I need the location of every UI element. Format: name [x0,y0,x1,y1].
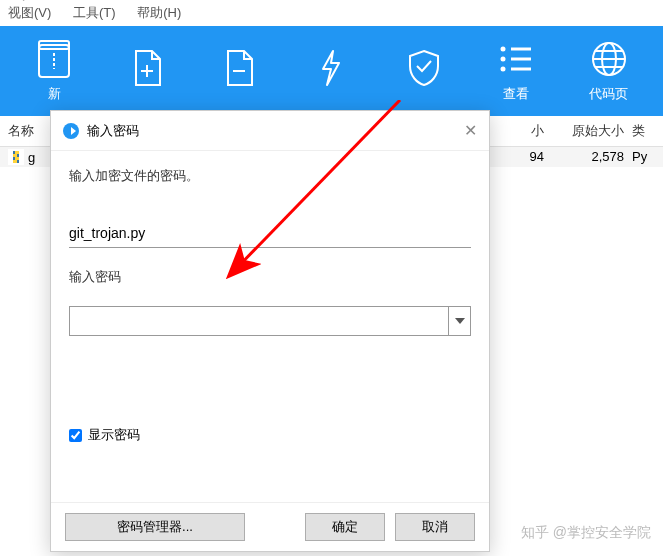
globe-icon [589,39,629,79]
dialog-title: 输入密码 [87,122,139,140]
dropdown-button[interactable] [448,307,470,335]
bolt-icon [311,48,351,88]
col-type[interactable]: 类 [624,122,654,140]
file-plus-icon [127,48,167,88]
list-icon [496,39,536,79]
show-password-label: 显示密码 [88,426,140,444]
toolbar-add[interactable] [100,40,192,102]
cancel-button[interactable]: 取消 [395,513,475,541]
menu-help[interactable]: 帮助(H) [137,5,181,20]
toolbar-action[interactable] [285,40,377,102]
password-manager-button[interactable]: 密码管理器... [65,513,245,541]
shield-check-icon [404,48,444,88]
svg-point-8 [501,57,506,62]
toolbar-remove[interactable] [193,40,285,102]
toolbar-shield[interactable] [378,40,470,102]
partial-text-top: ird) [8,0,27,1]
watermark: 知乎 @掌控安全学院 [521,524,651,542]
toolbar-view-label: 查看 [503,85,529,103]
file-type: Py [624,149,654,165]
dialog-icon [63,123,79,139]
ok-button[interactable]: 确定 [305,513,385,541]
dialog-titlebar: 输入密码 ✕ [51,111,489,151]
toolbar-view[interactable]: 查看 [470,31,562,111]
separator [69,247,471,248]
menu-tools[interactable]: 工具(T) [73,5,116,20]
password-input[interactable] [70,307,448,335]
show-password-checkbox[interactable] [69,429,82,442]
password-label: 输入密码 [69,268,471,286]
col-original[interactable]: 原始大小 [544,122,624,140]
password-dialog: 输入密码 ✕ 输入加密文件的密码。 git_trojan.py 输入密码 显示密… [50,110,490,552]
col-size[interactable]: 小 [504,122,544,140]
toolbar: 新 查看 代码页 [0,26,663,116]
file-minus-icon [219,48,259,88]
file-name: g [28,150,35,165]
dialog-instruction: 输入加密文件的密码。 [69,167,471,185]
svg-point-10 [501,67,506,72]
dialog-filename: git_trojan.py [69,225,471,241]
file-size: 94 [504,149,544,165]
file-original-size: 2,578 [544,149,624,165]
close-icon[interactable]: ✕ [464,121,477,140]
archive-icon [34,39,74,79]
svg-point-6 [501,47,506,52]
menu-view[interactable]: 视图(V) [8,5,51,20]
dialog-buttons: 密码管理器... 确定 取消 [51,502,489,551]
password-combo [69,306,471,336]
toolbar-codepage[interactable]: 代码页 [563,31,655,111]
toolbar-new[interactable]: 新 [8,31,100,111]
chevron-down-icon [455,318,465,324]
toolbar-codepage-label: 代码页 [589,85,628,103]
toolbar-new-label: 新 [48,85,61,103]
menubar: 视图(V) 工具(T) 帮助(H) [0,0,663,26]
python-file-icon [8,149,24,165]
show-password-check[interactable]: 显示密码 [69,426,471,444]
